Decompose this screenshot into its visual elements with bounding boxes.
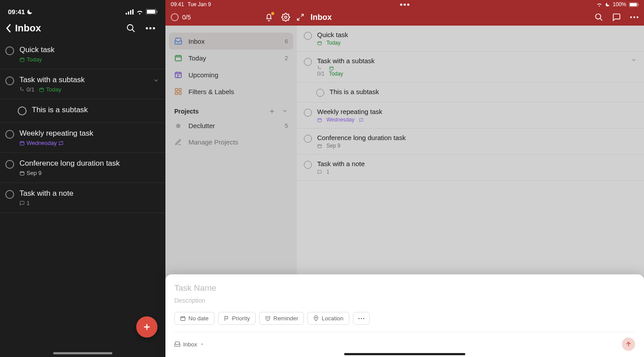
task-title: Task with a subtask	[19, 76, 148, 84]
task-title: This is a subtask	[32, 106, 159, 114]
svg-point-21	[596, 14, 601, 19]
svg-rect-18	[630, 3, 637, 6]
task-date: Sep 9	[27, 170, 42, 176]
inbox-icon	[174, 341, 180, 347]
phone-task-list: Quick task Today Task with a subtask 0/1	[0, 39, 165, 357]
chip-label: Location	[322, 315, 343, 322]
tablet-status-bar: 09:41 Tue Jan 9 100%	[165, 0, 644, 9]
cell-signal-icon	[126, 9, 134, 15]
tablet-panel: 09:41 Tue Jan 9 100% 0/5	[165, 0, 644, 357]
task-date: Today	[46, 86, 61, 93]
svg-rect-19	[638, 4, 639, 5]
home-indicator	[53, 352, 112, 354]
task-title: Conference long duration task	[19, 159, 159, 168]
task-date: Today	[27, 56, 42, 63]
task-title: Weekly repeating task	[19, 129, 159, 138]
task-row[interactable]: Weekly repeating task Wednesday	[0, 123, 165, 153]
tablet-title: Inbox	[310, 13, 594, 22]
add-task-fab[interactable]	[136, 316, 157, 338]
task-description-input[interactable]	[174, 297, 635, 304]
svg-point-40	[358, 318, 360, 319]
svg-rect-0	[126, 13, 127, 15]
task-checkbox[interactable]	[5, 130, 14, 139]
project-label: Inbox	[183, 341, 197, 348]
task-row[interactable]: Quick task Today	[0, 39, 165, 69]
chip-label: Reminder	[273, 315, 298, 322]
reminder-chip[interactable]: Reminder	[259, 312, 304, 325]
task-checkbox[interactable]	[18, 106, 27, 115]
progress-circle-icon	[171, 13, 179, 21]
task-row[interactable]: Task with a subtask 0/1 Today	[0, 69, 165, 99]
submit-task-button[interactable]	[622, 338, 635, 351]
svg-point-20	[285, 16, 287, 19]
chevron-down-icon[interactable]	[153, 77, 159, 84]
notification-icon[interactable]	[264, 13, 273, 22]
task-row[interactable]: Conference long duration task Sep 9	[0, 153, 165, 183]
svg-rect-14	[40, 88, 44, 91]
moon-icon	[605, 2, 610, 7]
progress-indicator[interactable]: 0/5	[171, 13, 191, 21]
moon-icon	[27, 9, 33, 15]
svg-point-10	[153, 27, 155, 30]
task-checkbox[interactable]	[5, 76, 14, 85]
chip-label: No date	[188, 315, 209, 322]
search-icon[interactable]	[121, 23, 141, 33]
task-checkbox[interactable]	[5, 160, 14, 169]
task-checkbox[interactable]	[5, 46, 14, 55]
svg-point-8	[146, 27, 148, 30]
svg-point-42	[363, 318, 364, 319]
dropdown-icon	[200, 342, 204, 346]
search-icon[interactable]	[594, 13, 603, 22]
repeat-icon	[58, 141, 64, 146]
svg-rect-3	[132, 9, 134, 15]
task-row[interactable]: Task with a note 1	[0, 183, 165, 213]
svg-rect-6	[157, 11, 157, 13]
phone-title: Inbox	[15, 23, 121, 34]
phone-status-bar: 09:41	[0, 0, 165, 19]
tablet-status-time: 09:41	[171, 1, 184, 8]
svg-rect-16	[20, 171, 24, 175]
calendar-icon	[19, 57, 25, 62]
phone-header: Inbox	[0, 19, 165, 39]
chip-label: Priority	[232, 315, 250, 322]
comments-icon[interactable]	[612, 13, 621, 22]
svg-rect-11	[20, 58, 24, 61]
task-date: Wednesday	[27, 140, 57, 146]
calendar-icon	[180, 315, 186, 321]
more-icon	[358, 318, 365, 319]
location-icon	[313, 315, 319, 321]
subtask-icon	[19, 87, 25, 92]
calendar-icon	[39, 87, 44, 92]
more-options-chip[interactable]	[353, 312, 370, 325]
calendar-icon	[19, 171, 25, 176]
svg-point-13	[23, 90, 23, 91]
svg-point-22	[630, 16, 632, 18]
date-chip[interactable]: No date	[174, 312, 215, 325]
svg-rect-5	[147, 10, 155, 14]
back-icon[interactable]	[5, 23, 12, 33]
wifi-icon	[136, 9, 143, 15]
task-checkbox[interactable]	[5, 190, 14, 199]
phone-status-time: 09:41	[8, 8, 25, 15]
alarm-icon	[265, 315, 271, 321]
multitask-dots[interactable]	[400, 4, 410, 6]
progress-text: 0/5	[182, 14, 191, 21]
subtask-row[interactable]: This is a subtask	[0, 99, 165, 123]
svg-point-23	[633, 16, 635, 18]
expand-icon[interactable]	[296, 13, 304, 21]
wifi-icon	[596, 2, 602, 7]
settings-icon[interactable]	[281, 13, 290, 22]
location-chip[interactable]: Location	[307, 312, 349, 325]
task-name-input[interactable]	[174, 283, 635, 293]
tablet-status-date: Tue Jan 9	[188, 1, 211, 8]
comment-count: 1	[27, 200, 30, 206]
svg-point-24	[636, 16, 638, 18]
tablet-toolbar: 0/5 Inbox	[165, 9, 644, 26]
priority-chip[interactable]: Priority	[218, 312, 256, 325]
calendar-icon	[19, 141, 25, 146]
project-selector[interactable]: Inbox	[174, 341, 204, 348]
svg-point-39	[316, 317, 317, 319]
more-icon[interactable]	[141, 27, 160, 30]
task-title: Quick task	[19, 46, 159, 54]
more-icon[interactable]	[630, 16, 639, 19]
